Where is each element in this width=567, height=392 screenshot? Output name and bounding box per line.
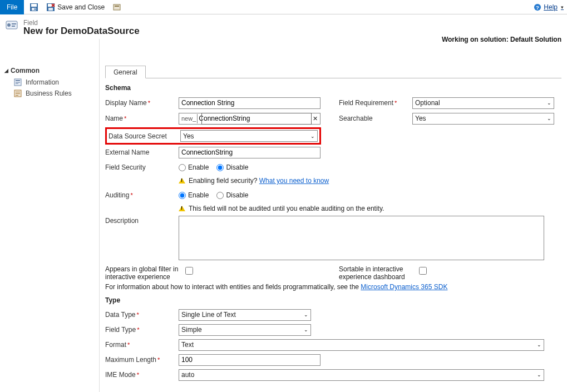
format-label: Format* xyxy=(105,341,179,349)
save-and-close-label: Save and Close xyxy=(57,3,105,11)
field-requirement-select[interactable]: Optional ⌄ xyxy=(412,97,554,109)
warning-icon xyxy=(179,178,185,183)
enable-label: Enable xyxy=(188,191,209,199)
help-link[interactable]: ? Help ▾ xyxy=(534,3,564,11)
field-type-select[interactable]: Simple ⌄ xyxy=(179,324,311,336)
section-type-header: Type xyxy=(105,296,561,304)
data-type-select[interactable]: Single Line of Text ⌄ xyxy=(179,309,311,321)
field-requirement-value: Optional xyxy=(415,99,440,107)
chevron-down-icon: ⌄ xyxy=(547,100,551,106)
chevron-down-icon: ◢ xyxy=(4,68,8,73)
searchable-value: Yes xyxy=(415,115,426,122)
field-security-warn-link[interactable]: What you need to know xyxy=(259,177,329,185)
sidebar-item-label: Business Rules xyxy=(26,90,72,97)
display-name-label: Display Name* xyxy=(105,99,179,107)
display-name-input[interactable] xyxy=(179,97,321,109)
external-name-label: External Name xyxy=(105,148,179,156)
format-value: Text xyxy=(181,341,194,349)
max-length-input[interactable] xyxy=(179,354,321,366)
svg-rect-19 xyxy=(16,82,20,83)
name-label: Name* xyxy=(105,115,179,122)
info-icon xyxy=(13,78,22,87)
chevron-down-icon: ⌄ xyxy=(537,342,541,348)
global-filter-checkbox[interactable] xyxy=(185,267,193,275)
svg-rect-10 xyxy=(115,6,119,7)
tab-general[interactable]: General xyxy=(105,66,146,78)
chevron-down-icon: ⌄ xyxy=(547,116,551,121)
save-and-close-button[interactable]: Save and Close xyxy=(44,2,107,13)
format-select[interactable]: Text ⌄ xyxy=(179,339,544,351)
data-source-secret-value: Yes xyxy=(183,132,194,140)
auditing-warn-text: This field will not be audited until you… xyxy=(189,205,384,212)
svg-rect-23 xyxy=(16,93,20,94)
data-type-value: Single Line of Text xyxy=(181,311,236,319)
description-input[interactable] xyxy=(179,216,544,260)
svg-rect-9 xyxy=(114,4,120,10)
external-name-input[interactable] xyxy=(179,147,321,158)
sidebar-item-information[interactable]: Information xyxy=(4,77,99,88)
field-security-enable-radio[interactable]: Enable xyxy=(179,163,209,171)
svg-rect-18 xyxy=(16,80,20,81)
auditing-label: Auditing* xyxy=(105,191,179,199)
ime-mode-select[interactable]: auto ⌄ xyxy=(179,369,544,381)
data-source-secret-label: Data Source Secret xyxy=(109,132,180,140)
name-input[interactable] xyxy=(197,114,310,123)
svg-rect-6 xyxy=(48,8,53,11)
searchable-select[interactable]: Yes ⌄ xyxy=(412,113,554,125)
disable-label: Disable xyxy=(226,163,248,171)
svg-rect-1 xyxy=(31,4,37,7)
ime-mode-value: auto xyxy=(181,371,194,379)
nav-section-label: Common xyxy=(11,67,40,75)
svg-rect-16 xyxy=(12,26,15,27)
svg-point-14 xyxy=(7,23,11,27)
name-prefix: new_ xyxy=(179,115,197,122)
chevron-down-icon: ⌄ xyxy=(304,327,308,333)
help-label: Help xyxy=(544,3,558,11)
file-menu[interactable]: File xyxy=(0,0,24,14)
business-rules-icon xyxy=(13,89,22,98)
auditing-disable-radio[interactable]: Disable xyxy=(216,191,248,199)
save-button[interactable] xyxy=(27,2,41,13)
chevron-down-icon: ⌄ xyxy=(537,372,541,378)
global-filter-label: Appears in global filter in interactive … xyxy=(105,265,179,281)
field-type-label: Field Type* xyxy=(105,326,179,334)
searchable-label: Searchable xyxy=(339,115,412,122)
svg-rect-20 xyxy=(16,83,18,84)
data-source-secret-select[interactable]: Yes ⌄ xyxy=(180,130,318,142)
svg-rect-22 xyxy=(16,92,20,92)
clear-icon[interactable]: ✕ xyxy=(310,115,320,122)
max-length-label: Maximum Length* xyxy=(105,356,179,364)
sortable-dashboard-label: Sortable in interactive experience dashb… xyxy=(339,265,412,281)
help-icon: ? xyxy=(534,3,541,11)
description-label: Description xyxy=(105,216,179,225)
chevron-down-icon: ⌄ xyxy=(304,312,308,317)
svg-text:?: ? xyxy=(536,4,539,10)
auditing-enable-radio[interactable]: Enable xyxy=(179,191,209,199)
nav-section-common[interactable]: ◢ Common xyxy=(4,67,99,75)
chevron-down-icon: ⌄ xyxy=(310,133,315,139)
publish-button[interactable] xyxy=(110,2,124,13)
field-security-warn-text: Enabling field security? What you need t… xyxy=(189,177,329,185)
save-close-icon xyxy=(46,3,55,12)
publish-icon xyxy=(112,3,121,12)
disable-label: Disable xyxy=(226,191,248,199)
svg-rect-24 xyxy=(16,95,18,96)
warning-icon xyxy=(179,206,185,211)
section-schema-header: Schema xyxy=(105,84,561,92)
field-requirement-label: Field Requirement* xyxy=(339,99,412,107)
data-source-secret-highlight: Data Source Secret Yes ⌄ xyxy=(105,127,321,145)
sdk-info-text: For information about how to interact wi… xyxy=(105,283,561,291)
field-security-disable-radio[interactable]: Disable xyxy=(216,163,248,171)
enable-label: Enable xyxy=(188,163,209,171)
sdk-link[interactable]: Microsoft Dynamics 365 SDK xyxy=(361,283,447,291)
svg-rect-15 xyxy=(12,23,16,24)
save-icon xyxy=(29,3,38,12)
sidebar-item-label: Information xyxy=(26,78,59,86)
chevron-down-icon: ▾ xyxy=(561,4,564,10)
field-security-label: Field Security xyxy=(105,163,179,171)
sidebar-item-business-rules[interactable]: Business Rules xyxy=(4,88,99,99)
sortable-dashboard-checkbox[interactable] xyxy=(419,267,427,275)
data-type-label: Data Type* xyxy=(105,311,179,319)
field-type-value: Simple xyxy=(181,326,202,334)
ime-mode-label: IME Mode* xyxy=(105,371,179,379)
